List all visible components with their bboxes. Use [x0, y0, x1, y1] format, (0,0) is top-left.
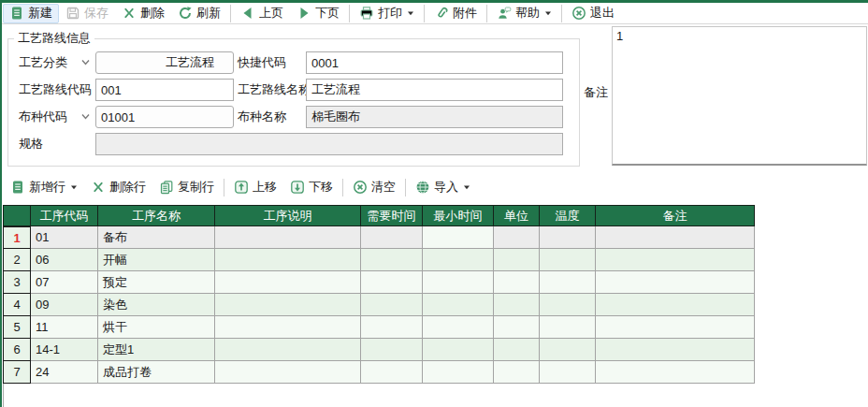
grid-cell[interactable] [361, 249, 423, 271]
row-number[interactable]: 5 [3, 316, 31, 339]
grid-cell[interactable]: 染色 [98, 294, 215, 316]
grid-header-col[interactable]: 单位 [494, 205, 540, 226]
grid-cell[interactable] [596, 294, 755, 316]
grid-cell[interactable]: 06 [31, 249, 98, 271]
grid-cell[interactable] [494, 316, 540, 339]
grid-header-col[interactable]: 工序代码 [31, 205, 98, 226]
grid-cell[interactable] [540, 316, 596, 339]
grid-cell[interactable] [215, 339, 361, 361]
grid-cell[interactable] [494, 339, 540, 361]
grid-cell[interactable] [596, 226, 755, 249]
grid-cell[interactable] [361, 294, 423, 316]
grid-cell[interactable] [423, 249, 494, 271]
toolbar-delete-button[interactable]: 删除 [115, 4, 171, 23]
grid-cell[interactable] [540, 361, 596, 384]
grid-cell[interactable] [494, 249, 540, 271]
grid-cell[interactable]: 14-1 [31, 339, 98, 361]
grid-cell[interactable] [215, 249, 361, 271]
route-name-input[interactable] [306, 79, 563, 101]
grid-header-col[interactable]: 工序说明 [215, 205, 361, 226]
grid-cell[interactable] [423, 271, 494, 294]
grid-cell[interactable] [215, 294, 361, 316]
grid-cell[interactable]: 24 [31, 361, 98, 384]
grid-cell[interactable] [361, 339, 423, 361]
grid-cell[interactable] [540, 294, 596, 316]
grid-cell[interactable]: 开幅 [98, 249, 215, 271]
grid-cell[interactable] [494, 361, 540, 384]
grid-cell[interactable] [215, 226, 361, 249]
grid-cell[interactable] [361, 271, 423, 294]
process-category-value[interactable] [95, 51, 234, 74]
grid-cell[interactable] [596, 271, 755, 294]
grid-cell[interactable] [596, 361, 755, 384]
row-number[interactable]: 1 [3, 226, 31, 249]
toolbar-prev-page-label: 上页 [259, 5, 283, 22]
prev-triangle-icon [240, 6, 255, 21]
toolbar-help-button[interactable]: 帮助 [490, 4, 558, 23]
grid-header-col[interactable]: 工序名称 [98, 205, 215, 226]
row-number[interactable]: 2 [3, 249, 31, 271]
grid-cell[interactable] [494, 226, 540, 249]
grid-cell[interactable]: 烘干 [98, 316, 215, 339]
grid-cell[interactable] [540, 339, 596, 361]
toolbar-new-button[interactable]: 新建 [3, 4, 59, 23]
grid-cell[interactable] [423, 226, 494, 249]
grid-cell[interactable]: 成品打卷 [98, 361, 215, 384]
grid-cell[interactable] [423, 316, 494, 339]
grid-toolbar-clear-button[interactable]: 清空 [346, 178, 402, 197]
quick-code-input[interactable] [306, 51, 563, 74]
grid-cell[interactable]: 11 [31, 316, 98, 339]
toolbar-attachment-button[interactable]: 附件 [427, 4, 484, 23]
grid-cell[interactable] [540, 226, 596, 249]
grid-cell[interactable] [596, 316, 755, 339]
grid-header-col[interactable]: 最小时间 [423, 205, 494, 226]
grid-cell[interactable] [423, 339, 494, 361]
fabric-name-label: 布种名称 [238, 106, 286, 128]
grid-cell[interactable] [540, 249, 596, 271]
grid-cell[interactable] [494, 271, 540, 294]
row-number[interactable]: 4 [3, 294, 31, 316]
remark-textarea[interactable] [612, 26, 867, 166]
grid-cell[interactable]: 预定 [98, 271, 215, 294]
grid-cell[interactable]: 07 [31, 271, 98, 294]
grid-toolbar-copy-row-button[interactable]: 复制行 [152, 178, 221, 197]
grid-cell[interactable]: 备布 [98, 226, 215, 249]
toolbar-separator [405, 179, 406, 196]
grid-cell[interactable] [423, 361, 494, 384]
grid-cell[interactable] [494, 294, 540, 316]
grid-cell[interactable] [361, 361, 423, 384]
grid-header-col[interactable]: 需要时间 [361, 205, 423, 226]
route-code-input[interactable] [95, 79, 234, 101]
toolbar-save-button[interactable]: 保存 [59, 4, 115, 23]
toolbar-next-page-button[interactable]: 下页 [290, 4, 346, 23]
grid-cell[interactable]: 01 [31, 226, 98, 249]
grid-cell[interactable] [215, 271, 361, 294]
grid-cell[interactable] [540, 271, 596, 294]
toolbar-exit-button[interactable]: 退出 [565, 4, 621, 23]
grid-toolbar-move-down-button[interactable]: 下移 [283, 178, 340, 197]
grid-toolbar-delete-row-button[interactable]: 删除行 [84, 178, 152, 197]
row-number[interactable]: 6 [3, 339, 31, 361]
print-icon [359, 6, 374, 21]
fabric-code-value[interactable] [95, 106, 234, 128]
grid-cell[interactable]: 09 [31, 294, 98, 316]
grid-cell[interactable] [596, 339, 755, 361]
grid-cell[interactable] [361, 316, 423, 339]
grid-cell[interactable] [596, 249, 755, 271]
toolbar-refresh-button[interactable]: 刷新 [171, 4, 227, 23]
toolbar-prev-page-button[interactable]: 上页 [234, 4, 290, 23]
row-number[interactable]: 3 [3, 271, 31, 294]
row-number[interactable]: 7 [3, 361, 31, 384]
grid-toolbar-import-button[interactable]: 导入 [409, 178, 477, 197]
toolbar-print-button[interactable]: 打印 [353, 4, 421, 23]
grid-cell[interactable] [215, 361, 361, 384]
grid-cell[interactable] [423, 294, 494, 316]
grid-header-col[interactable]: 备注 [596, 205, 755, 226]
grid-cell[interactable] [361, 226, 423, 249]
grid-toolbar-move-up-button[interactable]: 上移 [227, 178, 283, 197]
grid-toolbar-add-row-button[interactable]: 新增行 [4, 178, 84, 197]
grid-header-col[interactable]: 温度 [540, 205, 596, 226]
grid-cell[interactable]: 定型1 [98, 339, 215, 361]
caret-down-icon [544, 9, 552, 17]
grid-cell[interactable] [215, 316, 361, 339]
